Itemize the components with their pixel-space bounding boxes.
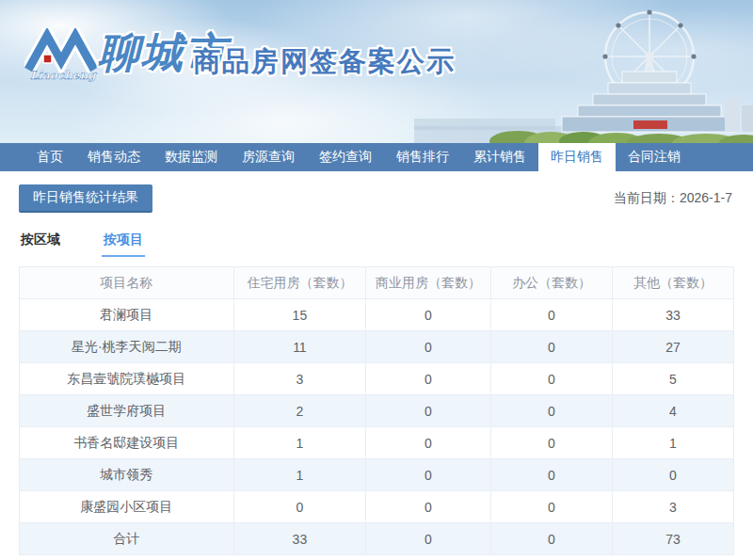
count-cell: 0 [366,395,491,427]
main-nav: 首页销售动态数据监测房源查询签约查询销售排行累计销售昨日销售合同注销 [0,143,753,171]
count-cell: 0 [490,523,612,555]
count-cell: 0 [366,427,491,459]
column-header: 办公（套数） [490,267,612,299]
nav-item-3[interactable]: 房源查询 [230,143,307,171]
nav-item-0[interactable]: 首页 [24,143,75,171]
ferris-wheel-building-photo [414,0,753,143]
count-cell: 0 [233,491,365,523]
nav-item-2[interactable]: 数据监测 [152,143,230,171]
project-name-cell: 东昌壹號院璞樾项目 [20,363,234,395]
count-cell: 27 [612,331,733,363]
column-header: 项目名称 [20,267,234,299]
count-cell: 0 [490,299,612,331]
count-cell: 0 [490,427,612,459]
count-cell: 73 [612,523,733,555]
sales-table-head: 项目名称住宅用房（套数）商业用房（套数）办公（套数）其他（套数） [20,267,734,299]
table-row: 东昌壹號院璞樾项目3005 [20,363,734,395]
logo-script-text: Liaocheng [30,69,97,82]
count-cell: 0 [490,491,612,523]
column-header: 住宅用房（套数） [233,267,365,299]
liaocheng-logo-icon: Liaocheng [24,28,98,83]
count-cell: 3 [612,491,733,523]
count-cell: 4 [612,395,733,427]
current-date-value: 2026-1-7 [680,190,732,205]
current-date-label: 当前日期： [614,190,680,205]
count-cell: 1 [233,427,365,459]
count-cell: 11 [233,331,365,363]
nav-item-5[interactable]: 销售排行 [384,143,461,171]
table-row: 君澜项目150033 [20,299,734,331]
toolbar: 昨日销售统计结果 当前日期：2026-1-7 [19,184,734,213]
count-cell: 0 [366,523,491,555]
count-cell: 0 [366,331,491,363]
count-cell: 5 [612,363,733,395]
count-cell: 0 [612,459,733,491]
count-cell: 0 [490,363,612,395]
project-name-cell: 城市领秀 [20,459,234,491]
sales-table: 项目名称住宅用房（套数）商业用房（套数）办公（套数）其他（套数） 君澜项目150… [19,266,734,555]
count-cell: 0 [366,363,491,395]
count-cell: 0 [366,299,491,331]
count-cell: 33 [233,523,365,555]
project-name-cell: 星光·桃李天阅二期 [20,331,234,363]
count-cell: 2 [233,395,365,427]
count-cell: 0 [490,459,612,491]
column-header: 其他（套数） [612,267,733,299]
yesterday-sales-result-button[interactable]: 昨日销售统计结果 [19,184,152,213]
nav-item-6[interactable]: 累计销售 [461,143,538,171]
table-row: 康盛园小区项目0003 [20,491,734,523]
count-cell: 15 [233,299,365,331]
site-title: 商品房网签备案公示 [193,43,456,81]
current-date: 当前日期：2026-1-7 [614,190,734,207]
nav-item-8[interactable]: 合同注销 [616,143,693,171]
count-cell: 1 [233,459,365,491]
count-cell: 33 [612,299,733,331]
project-name-cell: 康盛园小区项目 [20,491,234,523]
table-row: 城市领秀1000 [20,459,734,491]
project-name-cell: 合计 [20,523,234,555]
table-row: 星光·桃李天阅二期110027 [20,331,734,363]
nav-item-7[interactable]: 昨日销售 [538,143,616,171]
view-tab-1[interactable]: 按项目 [102,232,145,257]
view-tab-0[interactable]: 按区域 [19,232,62,257]
count-cell: 0 [366,491,491,523]
project-name-cell: 书香名邸建设项目 [20,427,234,459]
table-row: 书香名邸建设项目1001 [20,427,734,459]
main-content: 昨日销售统计结果 当前日期：2026-1-7 按区域按项目 项目名称住宅用房（套… [0,171,753,555]
project-name-cell: 君澜项目 [20,299,234,331]
table-header-row: 项目名称住宅用房（套数）商业用房（套数）办公（套数）其他（套数） [20,267,734,299]
table-row: 合计330073 [20,523,734,555]
nav-item-4[interactable]: 签约查询 [307,143,384,171]
count-cell: 0 [490,395,612,427]
table-row: 盛世学府项目2004 [20,395,734,427]
count-cell: 0 [490,331,612,363]
page-header: Liaocheng 聊城市 商品房网签备案公示 [0,0,753,143]
count-cell: 3 [233,363,365,395]
count-cell: 1 [612,427,733,459]
project-name-cell: 盛世学府项目 [20,395,234,427]
column-header: 商业用房（套数） [366,267,491,299]
count-cell: 0 [366,459,491,491]
sales-table-body: 君澜项目150033星光·桃李天阅二期110027东昌壹號院璞樾项目3005盛世… [20,299,734,555]
nav-item-1[interactable]: 销售动态 [75,143,152,171]
view-tabs: 按区域按项目 [19,232,734,257]
